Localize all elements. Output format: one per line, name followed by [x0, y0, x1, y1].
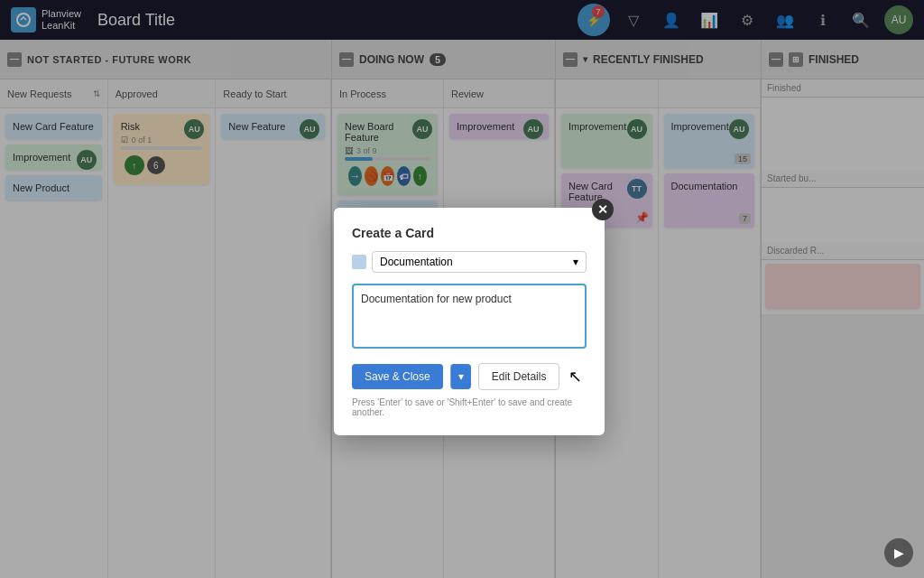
dialog-hint: Press 'Enter' to save or 'Shift+Enter' t… — [352, 397, 587, 417]
type-select-arrow: ▾ — [573, 256, 578, 268]
type-select-label: Documentation — [380, 256, 453, 268]
dialog-title: Create a Card — [352, 226, 587, 240]
type-color-dot — [352, 255, 366, 269]
dialog-type-select: Documentation ▾ — [352, 251, 587, 273]
save-close-button[interactable]: Save & Close — [352, 364, 443, 389]
save-close-dropdown[interactable]: ▾ — [450, 364, 471, 389]
dialog-close-button[interactable]: ✕ — [592, 199, 614, 220]
dialog-actions: Save & Close ▾ Edit Details ↖ — [352, 363, 587, 390]
dialog-overlay: ✕ Create a Card Documentation ▾ Save & C… — [0, 0, 924, 578]
card-title-input[interactable] — [352, 284, 587, 349]
edit-details-button[interactable]: Edit Details — [478, 363, 560, 390]
create-card-dialog: ✕ Create a Card Documentation ▾ Save & C… — [334, 208, 605, 435]
play-button[interactable]: ▶ — [884, 538, 913, 567]
type-select-dropdown[interactable]: Documentation ▾ — [372, 251, 587, 273]
cursor-icon: ↖ — [568, 367, 582, 387]
